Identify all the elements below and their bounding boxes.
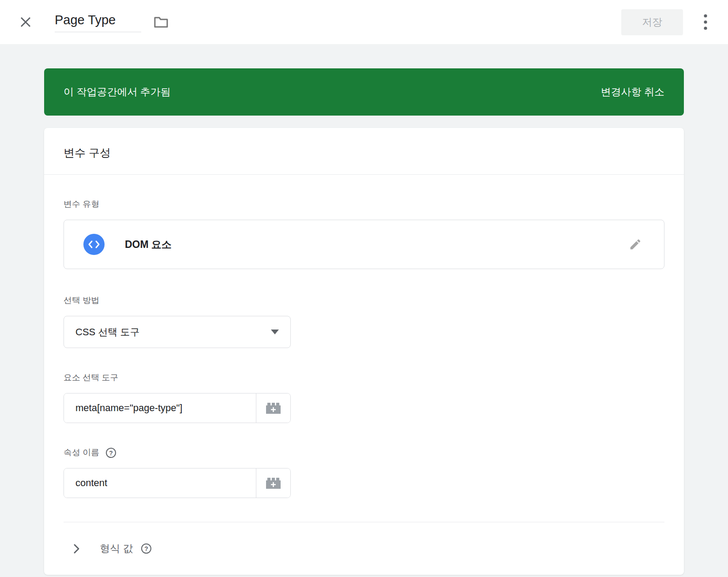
variable-type-label: 변수 유형 bbox=[64, 199, 664, 210]
format-value-expander[interactable]: 형식 값 ? bbox=[64, 542, 664, 555]
attribute-name-input[interactable] bbox=[64, 468, 256, 498]
edit-variable-type-button[interactable] bbox=[626, 235, 645, 254]
brick-plus-icon bbox=[265, 476, 282, 490]
code-icon bbox=[88, 240, 100, 249]
selection-method-value: CSS 선택 도구 bbox=[75, 326, 139, 339]
save-button[interactable]: 저장 bbox=[621, 9, 683, 35]
insert-variable-button[interactable] bbox=[256, 393, 290, 423]
chevron-down-icon bbox=[271, 330, 279, 334]
attribute-name-label: 속성 이름 bbox=[64, 447, 99, 458]
variable-name-input[interactable] bbox=[55, 12, 141, 32]
svg-text:?: ? bbox=[109, 449, 113, 456]
format-value-label: 형식 값 bbox=[100, 542, 133, 555]
svg-text:?: ? bbox=[145, 545, 149, 552]
insert-variable-button[interactable] bbox=[256, 468, 290, 498]
more-options-button[interactable] bbox=[701, 11, 710, 34]
pencil-icon bbox=[629, 238, 642, 251]
variable-type-icon-badge bbox=[83, 234, 105, 255]
folder-icon bbox=[154, 16, 169, 28]
help-icon[interactable]: ? bbox=[141, 543, 152, 554]
attribute-name-field-group bbox=[64, 468, 291, 498]
chevron-right-icon bbox=[71, 543, 81, 555]
element-selector-field-group bbox=[64, 393, 291, 423]
variable-config-card: 변수 구성 변수 유형 DOM 요소 선택 방법 CSS 선택 도구 bbox=[44, 128, 684, 575]
selection-method-dropdown[interactable]: CSS 선택 도구 bbox=[64, 316, 291, 348]
top-bar: 저장 bbox=[0, 0, 728, 44]
discard-changes-button[interactable]: 변경사항 취소 bbox=[601, 85, 664, 99]
brick-plus-icon bbox=[265, 401, 282, 415]
close-icon bbox=[19, 15, 33, 29]
section-divider bbox=[64, 522, 664, 522]
workspace-status-banner: 이 작업공간에서 추가됨 변경사항 취소 bbox=[44, 68, 684, 116]
card-title: 변수 구성 bbox=[44, 128, 684, 175]
variable-type-value: DOM 요소 bbox=[125, 238, 172, 251]
kebab-menu-icon bbox=[703, 13, 708, 31]
folder-button[interactable] bbox=[151, 13, 171, 31]
element-selector-input[interactable] bbox=[64, 393, 256, 423]
element-selector-label: 요소 선택 도구 bbox=[64, 372, 664, 383]
variable-type-selector[interactable]: DOM 요소 bbox=[64, 220, 664, 269]
banner-text: 이 작업공간에서 추가됨 bbox=[64, 85, 171, 99]
attribute-name-label-row: 속성 이름 ? bbox=[64, 447, 664, 458]
close-button[interactable] bbox=[16, 12, 35, 32]
selection-method-label: 선택 방법 bbox=[64, 295, 664, 306]
help-icon[interactable]: ? bbox=[105, 447, 116, 458]
